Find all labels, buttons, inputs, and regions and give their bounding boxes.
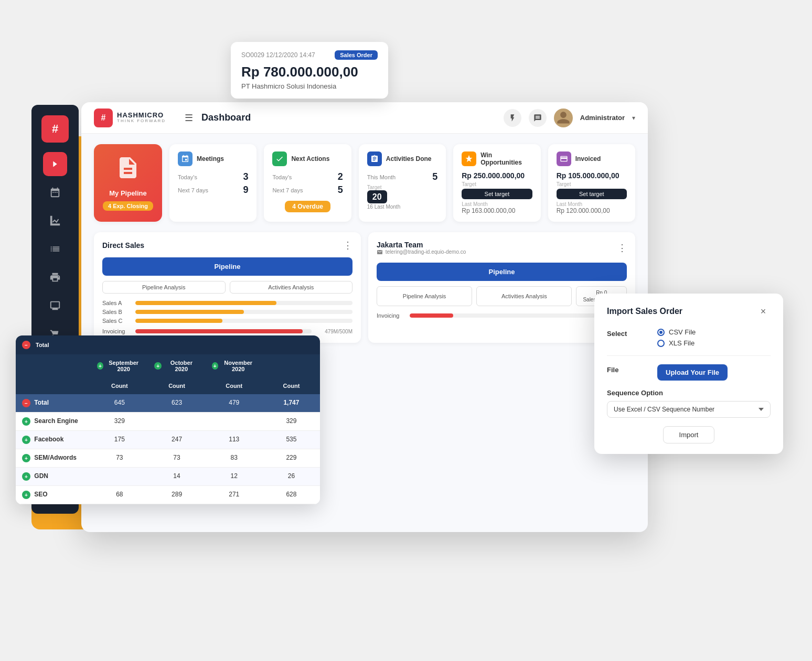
table-title-row: − Total	[16, 335, 320, 354]
user-name[interactable]: Administrator	[580, 114, 625, 122]
pipeline-label: My Pipeline	[109, 189, 147, 197]
sidebar-item-nav[interactable]	[43, 152, 67, 176]
tooltip-company: PT Hashmicro Solusi Indonesia	[241, 82, 378, 90]
row-sep-4	[91, 468, 148, 485]
row-sep-5: 68	[91, 486, 148, 504]
user-dropdown-icon[interactable]: ▾	[632, 114, 635, 122]
jakarta-activities-analysis-btn[interactable]: Activities Analysis	[476, 286, 572, 306]
import-btn[interactable]: Import	[663, 426, 715, 443]
row-sep-2: 175	[91, 431, 148, 449]
meetings-next7-value: 9	[243, 185, 248, 196]
upload-file-btn[interactable]: Upload Your File	[657, 364, 728, 381]
xls-radio[interactable]	[657, 340, 665, 347]
sequence-select[interactable]: Use Excel / CSV Sequence Number	[607, 401, 771, 418]
kpi-meetings: Meetings Today's 3 Next 7 days 9	[169, 144, 257, 222]
row-sep-3: 73	[91, 449, 148, 467]
jakarta-team-title: Jakarta Team	[377, 241, 466, 249]
direct-sales-progress: Sales A Sales B Sales C	[102, 300, 352, 324]
table-row: + GDN 14 12 26	[16, 468, 320, 486]
win-opp-last-month-value: Rp 163.000.000,00	[462, 207, 532, 214]
kpi-activities-done: Activities Done This Month 5 Target 20 1…	[359, 144, 446, 222]
row-oct-4: 14	[148, 468, 205, 485]
direct-sales-pipeline-btn[interactable]: Pipeline	[102, 257, 352, 276]
hashmicro-logo-icon: #	[94, 109, 113, 127]
row-total-1: 329	[263, 413, 320, 430]
win-opp-set-target-btn[interactable]: Set target	[462, 189, 532, 199]
oct-plus-icon: +	[154, 362, 162, 370]
row-icon-3: +	[22, 454, 30, 462]
activities-title: Activities Done	[386, 155, 432, 162]
next-actions-title: Next Actions	[291, 155, 329, 162]
table-count-header-row: Count Count Count Count	[16, 377, 320, 394]
jakarta-pipeline-analysis-btn[interactable]: Pipeline Analysis	[377, 286, 472, 306]
activities-this-month-label: This Month	[367, 174, 396, 180]
win-opp-target-label: Target	[462, 181, 532, 187]
activities-this-month-value: 5	[432, 171, 437, 182]
jakarta-team-email: telering@trading-id.equio-demo.co	[377, 249, 466, 255]
direct-activities-analysis-btn[interactable]: Activities Analysis	[230, 281, 353, 294]
dialog-file-row: File Upload Your File	[607, 364, 771, 381]
file-type-options: CSV File XLS File	[657, 328, 696, 347]
col-sep-header: September 2020	[105, 360, 142, 372]
row-sep-1: 329	[91, 413, 148, 430]
invoiced-amount: Rp 105.000.000,00	[557, 171, 627, 180]
row-total-0: 1,747	[263, 394, 320, 412]
activities-last-month: 16 Last Month	[367, 204, 437, 210]
invoicing-row: Invoicing 479M/500M	[102, 328, 352, 334]
message-btn[interactable]	[529, 109, 547, 127]
jakarta-team-more-btn[interactable]: ⋮	[617, 243, 627, 253]
sidebar-logo: #	[41, 115, 69, 143]
kpi-invoiced: Invoiced Rp 105.000.000,00 Target Set ta…	[548, 144, 635, 222]
row-label-5: + SEO	[16, 486, 91, 504]
row-nov-2: 113	[206, 431, 263, 449]
sidebar-item-monitor[interactable]	[43, 294, 67, 318]
page-title: Dashboard	[201, 112, 251, 123]
pipeline-icon	[115, 155, 141, 185]
row-nov-4: 12	[206, 468, 263, 485]
sidebar-item-printer[interactable]	[43, 265, 67, 289]
direct-sales-more-btn[interactable]: ⋮	[343, 241, 352, 250]
csv-option[interactable]: CSV File	[657, 328, 696, 336]
hamburger-icon[interactable]: ☰	[185, 112, 193, 124]
jakarta-invoicing-row: Invoicing	[377, 312, 627, 319]
sales-order-tooltip: SO0029 12/12/2020 14:47 Sales Order Rp 7…	[231, 42, 388, 99]
dialog-divider	[607, 355, 771, 356]
row-oct-0: 623	[148, 394, 205, 412]
sidebar-item-calendar[interactable]	[43, 180, 67, 204]
dialog-header: Import Sales Order ×	[607, 304, 771, 319]
col-nov-header: November 2020	[220, 360, 257, 372]
invoiced-set-target-btn[interactable]: Set target	[557, 189, 627, 199]
meetings-today-value: 3	[243, 171, 248, 182]
row-total-3: 229	[263, 449, 320, 467]
sidebar-item-list[interactable]	[43, 237, 67, 261]
direct-sales-card: Direct Sales ⋮ Pipeline Pipeline Analysi…	[94, 232, 361, 343]
meetings-title: Meetings	[197, 155, 224, 162]
direct-pipeline-analysis-btn[interactable]: Pipeline Analysis	[102, 281, 226, 294]
dialog-close-btn[interactable]: ×	[756, 304, 771, 319]
lightning-btn[interactable]	[504, 109, 521, 127]
row-nov-5: 271	[206, 486, 263, 504]
row-icon-2: +	[22, 436, 30, 444]
row-icon-5: +	[22, 491, 30, 499]
kpi-next-actions: Next Actions Today's 2 Next 7 days 5 4 O…	[264, 144, 351, 222]
topbar-menu[interactable]: ☰	[185, 112, 193, 124]
dialog-title: Import Sales Order	[607, 307, 682, 316]
progress-sales-b: Sales B	[102, 309, 352, 315]
csv-radio[interactable]	[657, 329, 665, 336]
invoicing-label: Invoicing	[102, 328, 131, 334]
sidebar-item-chart[interactable]	[43, 209, 67, 233]
direct-sales-analysis-btns: Pipeline Analysis Activities Analysis	[102, 281, 352, 294]
sequence-label: Sequence Option	[607, 389, 771, 397]
count-header-sep: Count	[91, 377, 148, 394]
next-actions-today-label: Today's	[272, 174, 292, 180]
invoiced-last-month-label: Last Month	[557, 201, 627, 207]
invoiced-last-month-value: Rp 120.000.000,00	[557, 207, 627, 214]
count-header-nov: Count	[206, 377, 263, 394]
tooltip-header: SO0029 12/12/2020 14:47 Sales Order	[241, 50, 378, 60]
xls-option[interactable]: XLS File	[657, 339, 696, 347]
next-actions-today-value: 2	[338, 171, 343, 182]
next-actions-next7-value: 5	[338, 185, 343, 196]
tooltip-order-id: SO0029 12/12/2020 14:47	[241, 51, 315, 59]
row-total-4: 26	[263, 468, 320, 485]
jakarta-pipeline-btn[interactable]: Pipeline	[377, 263, 627, 281]
